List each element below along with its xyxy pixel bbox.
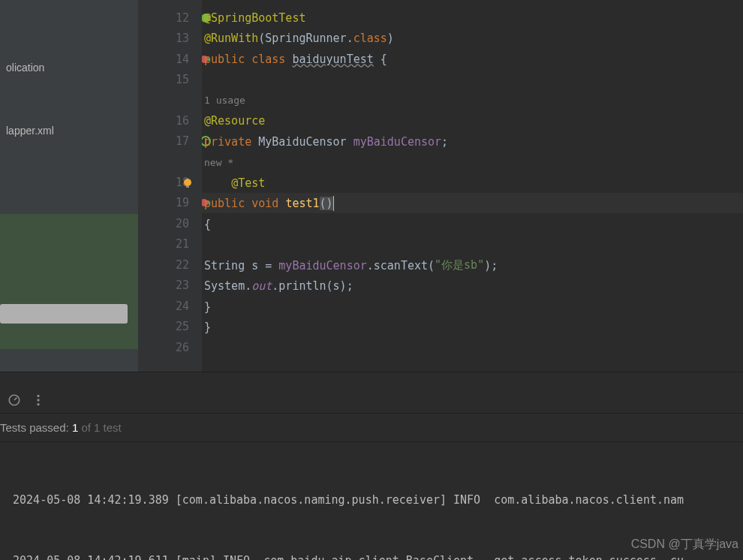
- keyword: private: [204, 135, 258, 149]
- tests-total-label: of 1 test: [78, 421, 122, 434]
- code-text: {: [374, 53, 387, 66]
- run-toolbar: [0, 372, 743, 414]
- line-number: 24: [176, 300, 189, 313]
- line-number: 19: [176, 196, 189, 209]
- line-number: 15: [176, 73, 189, 86]
- code-text: .println(s);: [272, 279, 353, 293]
- code-text: }: [204, 300, 211, 314]
- method-name: test1: [285, 197, 319, 210]
- field-ref: myBaiduCensor: [278, 259, 366, 272]
- annotation: @Test: [231, 176, 265, 190]
- sidebar-item-application[interactable]: olication: [0, 59, 138, 77]
- code-text: );: [484, 259, 498, 272]
- intention-bulb-icon[interactable]: [182, 177, 194, 189]
- code-text: .scanText(: [367, 259, 435, 272]
- line-number: 22: [176, 258, 189, 272]
- text-cursor: [333, 196, 334, 211]
- code-text: }: [204, 321, 211, 334]
- console-line: 2024-05-08 14:42:19.389 [com.alibaba.nac…: [6, 490, 743, 510]
- static-field: out: [251, 279, 272, 293]
- line-number: 21: [176, 237, 189, 251]
- string-literal: "你是sb": [435, 258, 484, 272]
- code-text: ;: [441, 135, 448, 149]
- type-name: MyBaiduCensor: [258, 135, 353, 149]
- svg-rect-5: [186, 186, 189, 188]
- bracket: (: [320, 197, 326, 210]
- new-hint[interactable]: new *: [204, 157, 233, 168]
- line-number: 23: [176, 278, 189, 292]
- keyword: public class: [204, 53, 292, 66]
- code-editor[interactable]: @SpringBootTest @RunWith(SpringRunner.cl…: [204, 8, 498, 338]
- line-number: 14: [176, 53, 189, 66]
- line-number: 20: [176, 217, 189, 230]
- code-text: {: [204, 218, 211, 231]
- keyword: class: [353, 32, 387, 45]
- fold-indicator-strip: [195, 0, 202, 372]
- field-name: myBaiduCensor: [353, 135, 441, 149]
- code-text: String s =: [204, 259, 278, 272]
- line-number: 26: [176, 341, 189, 354]
- svg-point-4: [184, 179, 191, 186]
- dashboard-icon[interactable]: [8, 393, 21, 407]
- tests-passed-count: 1: [72, 421, 78, 434]
- svg-point-8: [37, 399, 39, 401]
- line-number: 16: [176, 114, 189, 128]
- code-text: ): [387, 32, 394, 45]
- annotation: @Resource: [204, 114, 265, 128]
- usage-hint[interactable]: 1 usage: [204, 95, 245, 106]
- bracket: ): [326, 197, 333, 210]
- more-icon[interactable]: [32, 393, 45, 407]
- annotation: @SpringBootTest: [204, 11, 305, 25]
- project-sidebar[interactable]: olication lapper.xml: [0, 0, 138, 372]
- tests-passed-label: Tests passed:: [0, 421, 72, 434]
- test-status-bar: Tests passed: 1 of 1 test: [0, 414, 743, 441]
- code-text: System.: [204, 279, 251, 293]
- keyword: public void: [204, 197, 285, 210]
- run-panel: Tests passed: 1 of 1 test 2024-05-08 14:…: [0, 372, 743, 560]
- watermark: CSDN @丁真学java: [631, 537, 738, 552]
- line-number: 17: [176, 134, 189, 148]
- sidebar-item-mapper[interactable]: lapper.xml: [0, 122, 138, 140]
- sidebar-coverage-block: [0, 214, 138, 349]
- code-text: (SpringRunner.: [258, 32, 353, 45]
- sidebar-selected-row[interactable]: [0, 304, 128, 324]
- annotation: @RunWith: [204, 32, 258, 45]
- svg-point-9: [37, 403, 39, 405]
- line-number: 13: [176, 32, 189, 45]
- svg-point-7: [37, 395, 39, 397]
- line-number: 12: [176, 11, 189, 25]
- class-name: baiduyunTest: [292, 53, 373, 66]
- line-number: 25: [176, 320, 189, 333]
